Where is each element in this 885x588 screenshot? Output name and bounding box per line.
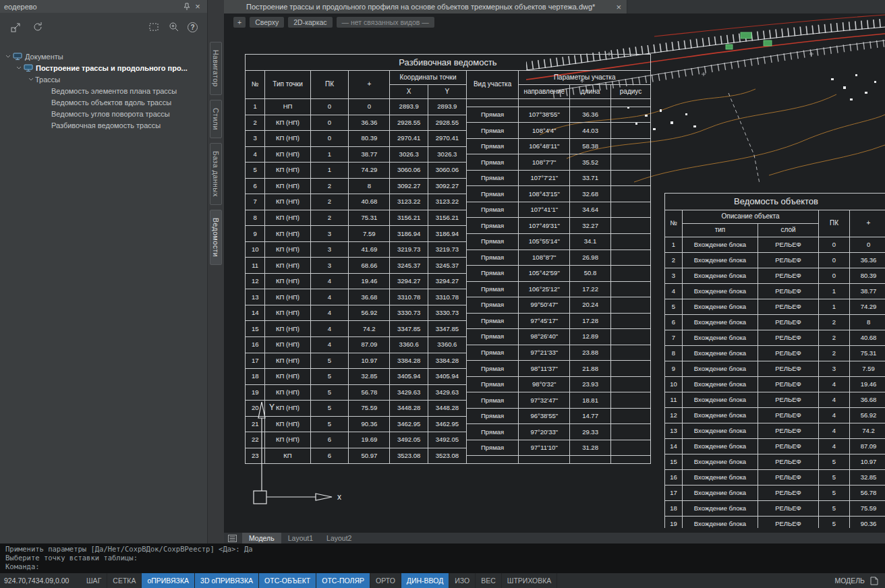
cell xyxy=(611,138,651,154)
cell: 2 xyxy=(310,194,349,210)
cell: 3186.94 xyxy=(390,226,428,242)
cell: 108°8'7" xyxy=(519,249,570,266)
visual-style-button[interactable]: 2D-каркас xyxy=(288,17,332,28)
tree-link-icon[interactable] xyxy=(9,20,23,34)
cell: 74.29 xyxy=(349,163,390,179)
cell: 3330.73 xyxy=(428,305,467,321)
cell: 3405.94 xyxy=(390,369,428,385)
tree-item-routes[interactable]: Трассы xyxy=(0,74,207,85)
cell: 1 xyxy=(665,237,683,253)
cell: 3123.22 xyxy=(428,194,467,210)
cell: 3448.28 xyxy=(428,401,467,417)
cell: РЕЛЬЕФ xyxy=(758,439,819,454)
status-toggle[interactable]: ОТС-ПОЛЯР xyxy=(316,573,370,588)
cell: 58.38 xyxy=(570,138,611,154)
refresh-icon[interactable] xyxy=(31,20,45,34)
cell: 3330.73 xyxy=(390,305,428,321)
cell: 3092.27 xyxy=(390,178,428,194)
tree-item-label: Построение трассы и продольного про... xyxy=(36,64,188,72)
cell: 36.68 xyxy=(349,289,390,305)
model-space-icon[interactable] xyxy=(870,577,878,585)
tree-item-drawing[interactable]: Построение трассы и продольного про... xyxy=(0,62,207,74)
close-panel-icon[interactable]: × xyxy=(192,1,203,12)
cell: 2928.55 xyxy=(390,115,428,131)
cell: 41.69 xyxy=(349,241,390,258)
cell: КП (НП) xyxy=(265,336,310,353)
cell: 74.29 xyxy=(850,299,885,315)
document-tab[interactable]: Построение трассы и продольного профиля … xyxy=(224,0,627,13)
cell: 3347.85 xyxy=(428,321,467,337)
pin-icon[interactable] xyxy=(181,1,192,12)
cell: 4 xyxy=(819,392,850,408)
cell: 50.97 xyxy=(349,448,390,464)
model-space-button[interactable]: МОДЕЛЬ xyxy=(834,577,865,585)
viewport-plus-button[interactable]: + xyxy=(233,17,246,28)
cell: 74.2 xyxy=(850,423,885,439)
cell: Прямая xyxy=(466,266,519,282)
command-prompt[interactable]: Команда: xyxy=(5,562,880,571)
tree-item-documents[interactable]: Документы xyxy=(0,51,207,62)
select-area-icon[interactable] xyxy=(147,20,161,34)
cell: 3429.63 xyxy=(390,384,428,401)
cell: Прямая xyxy=(466,218,519,234)
status-toggle[interactable]: ШТРИХОВКА xyxy=(502,573,558,588)
cell: КП (НП) xyxy=(265,178,310,194)
cell: Прямая xyxy=(466,313,519,329)
cell: 50.8 xyxy=(570,266,611,282)
close-document-icon[interactable]: × xyxy=(616,3,621,11)
tree-item[interactable]: Ведомость углов поворота трассы xyxy=(0,108,207,119)
status-toggle[interactable]: ОТС-ОБЪЕКТ xyxy=(259,573,316,588)
panel-tab[interactable]: Ведомости xyxy=(210,210,222,265)
objects-table-row: 3Вхождение блокаРЕЛЬЕФ080.39 xyxy=(665,268,885,284)
view-direction-button[interactable]: Сверху xyxy=(250,17,284,28)
chevron-down-icon[interactable] xyxy=(4,55,12,59)
status-toggle[interactable]: 3D оПРИВЯЗКА xyxy=(195,573,259,588)
cell: Прямая xyxy=(466,107,519,123)
tree-panel-toolbar: ? xyxy=(0,13,207,41)
tree-item[interactable]: Ведомость элементов плана трассы xyxy=(0,85,207,96)
cell: Прямая xyxy=(466,376,519,392)
cell: 31.28 xyxy=(570,440,611,456)
status-toggle[interactable]: ОРТО xyxy=(370,573,401,588)
drawing-canvas[interactable]: + Сверху 2D-каркас — нет связанных видов… xyxy=(224,13,885,533)
cell: 3245.37 xyxy=(428,258,467,274)
cell: 4 xyxy=(310,273,349,289)
status-toggle[interactable]: ШАГ xyxy=(81,573,107,588)
cell: 5 xyxy=(310,384,349,401)
layout-tab-модель[interactable]: Модель xyxy=(242,533,281,543)
cell: 15 xyxy=(665,454,683,470)
tree-item[interactable]: Ведомость объектов вдоль трассы xyxy=(0,96,207,108)
panel-tab[interactable]: Стили xyxy=(210,100,222,138)
help-icon[interactable]: ? xyxy=(188,22,198,32)
status-toggle[interactable]: оПРИВЯЗКА xyxy=(142,573,195,588)
cell: 21.88 xyxy=(570,361,611,377)
cell: 32.68 xyxy=(570,186,611,202)
status-toggle[interactable]: СЕТКА xyxy=(107,573,142,588)
cell: 80.39 xyxy=(850,268,885,284)
cell: 23.88 xyxy=(570,345,611,361)
cell: 4 xyxy=(665,284,683,299)
status-toggle[interactable]: ИЗО xyxy=(449,573,476,588)
cell: РЕЛЬЕФ xyxy=(758,330,819,346)
cell: 4 xyxy=(819,439,850,454)
tree-item[interactable]: Разбивочная ведомость трассы xyxy=(0,119,207,131)
cell: 2970.41 xyxy=(390,131,428,147)
layout-tab-layout2[interactable]: Layout2 xyxy=(320,533,358,543)
cell: Прямая xyxy=(466,424,519,440)
cell: 99°50'47" xyxy=(519,297,570,314)
panel-tab[interactable]: Навигатор xyxy=(210,42,222,95)
cell xyxy=(611,361,651,377)
status-toggle[interactable]: ДИН-ВВОД xyxy=(401,573,449,588)
panel-tab[interactable]: База данных xyxy=(210,143,222,205)
status-toggle[interactable]: ВЕС xyxy=(476,573,502,588)
cell: 23.93 xyxy=(570,376,611,392)
chevron-down-icon[interactable] xyxy=(27,78,35,82)
chevron-down-icon[interactable] xyxy=(15,66,23,70)
cell: 9 xyxy=(665,361,683,377)
layout-tab-layout1[interactable]: Layout1 xyxy=(281,533,320,543)
cell: 75.59 xyxy=(349,401,390,417)
layouts-menu-icon[interactable] xyxy=(228,535,237,542)
cell: 0 xyxy=(819,253,850,268)
zoom-icon[interactable] xyxy=(167,20,181,34)
col-header: Тип точки xyxy=(265,71,310,99)
